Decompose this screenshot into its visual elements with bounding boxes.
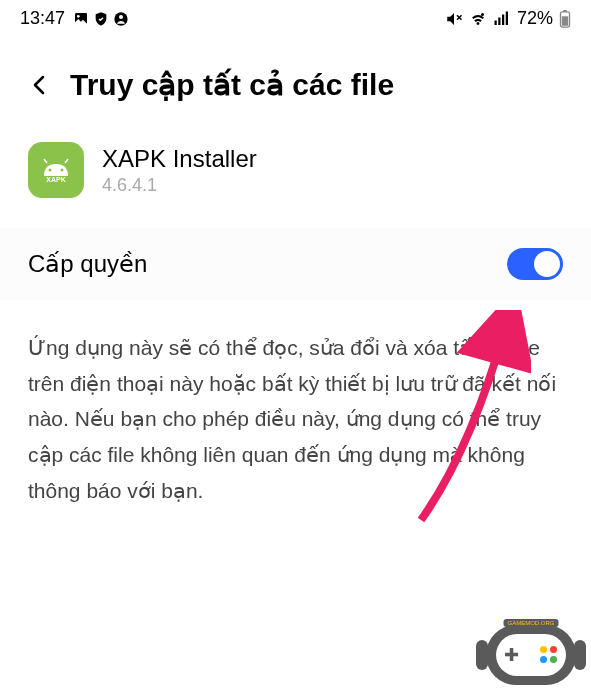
- status-right: 72%: [445, 8, 571, 29]
- svg-line-16: [44, 159, 47, 163]
- watermark-logo: GAMEMOD.ORG ✚: [486, 625, 576, 685]
- svg-line-17: [65, 159, 68, 163]
- permission-toggle[interactable]: [507, 248, 563, 280]
- svg-rect-12: [563, 10, 567, 12]
- svg-point-3: [119, 15, 123, 19]
- status-bar: 13:47 72%: [0, 0, 591, 37]
- battery-icon: [559, 10, 571, 28]
- back-button[interactable]: [28, 73, 52, 97]
- app-name: XAPK Installer: [102, 145, 257, 173]
- permission-label: Cấp quyền: [28, 250, 147, 278]
- svg-point-6: [481, 13, 484, 16]
- status-time: 13:47: [20, 8, 65, 29]
- svg-text:XAPK: XAPK: [46, 176, 65, 183]
- svg-rect-7: [494, 20, 496, 25]
- svg-rect-10: [506, 11, 508, 25]
- svg-point-1: [77, 15, 80, 18]
- svg-point-15: [61, 169, 64, 172]
- app-text: XAPK Installer 4.6.4.1: [102, 145, 257, 196]
- signal-icon: [493, 10, 511, 28]
- page-title: Truy cập tất cả các file: [70, 67, 394, 102]
- dpad-icon: ✚: [504, 644, 519, 666]
- app-icon: XAPK: [28, 142, 84, 198]
- battery-percent: 72%: [517, 8, 553, 29]
- account-icon: [113, 11, 129, 27]
- status-left: 13:47: [20, 8, 129, 29]
- app-version: 4.6.4.1: [102, 175, 257, 196]
- svg-point-14: [49, 169, 52, 172]
- mute-icon: [445, 10, 463, 28]
- gamepad-icon: GAMEMOD.ORG ✚: [486, 625, 576, 685]
- permission-description: Ứng dụng này sẽ có thể đọc, sửa đổi và x…: [0, 300, 591, 538]
- svg-rect-9: [502, 14, 504, 25]
- toggle-knob: [534, 251, 560, 277]
- status-notification-icons: [73, 11, 129, 27]
- app-info: XAPK XAPK Installer 4.6.4.1: [0, 132, 591, 228]
- svg-rect-8: [498, 17, 500, 25]
- action-buttons-icon: [540, 646, 558, 664]
- image-icon: [73, 11, 89, 27]
- android-icon: XAPK: [36, 156, 76, 184]
- shield-check-icon: [93, 11, 109, 27]
- logo-text: GAMEMOD.ORG: [503, 619, 558, 627]
- permission-row: Cấp quyền: [0, 228, 591, 300]
- svg-rect-13: [562, 16, 568, 25]
- wifi-icon: [469, 10, 487, 28]
- chevron-left-icon: [28, 73, 52, 97]
- header: Truy cập tất cả các file: [0, 37, 591, 132]
